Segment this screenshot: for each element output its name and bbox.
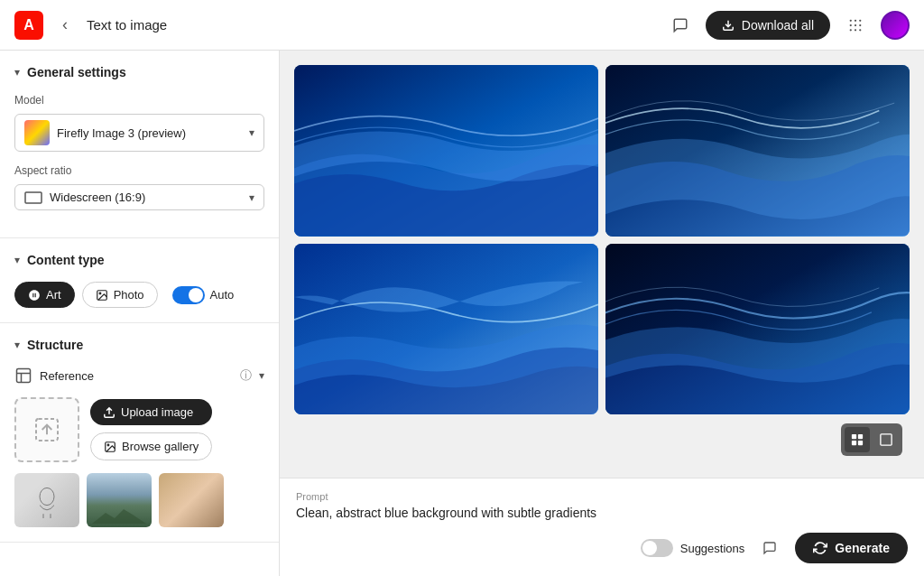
generate-button[interactable]: Generate: [795, 533, 908, 563]
thumbnail-landscape[interactable]: [87, 473, 152, 527]
svg-point-15: [107, 444, 109, 446]
reference-icon: [14, 367, 32, 385]
content-type-buttons: Art Photo Auto: [14, 282, 264, 308]
wave-svg-2: [605, 65, 910, 237]
structure-title: Structure: [27, 338, 83, 352]
upload-placeholder-icon: [32, 415, 61, 444]
svg-point-0: [850, 19, 852, 21]
structure-chevron: ▾: [14, 339, 20, 351]
content-type-header[interactable]: ▾ Content type: [14, 253, 264, 267]
upload-area: Upload image Browse gallery: [14, 397, 264, 462]
photo-button[interactable]: Photo: [82, 282, 158, 308]
wave-svg-4: [605, 244, 910, 415]
auto-toggle-group: Auto: [172, 286, 235, 304]
structure-section: ▾ Structure Reference ⓘ ▾: [0, 323, 279, 543]
main-layout: ▾ General settings Model Firefly Image 3…: [0, 51, 924, 576]
prompt-actions: Suggestions Generate: [296, 533, 908, 563]
generated-image-3[interactable]: [294, 244, 598, 415]
single-view-icon: [880, 433, 892, 446]
thumbnail-sketch[interactable]: [14, 473, 79, 527]
sidebar: ▾ General settings Model Firefly Image 3…: [0, 51, 280, 576]
generated-image-4[interactable]: [605, 244, 910, 415]
generated-image-1[interactable]: [294, 65, 598, 237]
sketch-thumbnail-icon: [29, 482, 65, 518]
svg-point-5: [859, 23, 861, 25]
svg-point-1: [855, 19, 856, 21]
suggestions-toggle[interactable]: [641, 539, 673, 557]
grid-view-button[interactable]: [845, 427, 870, 452]
prompt-label: Prompt: [296, 491, 908, 502]
svg-rect-27: [881, 434, 892, 445]
image-grid: [294, 65, 910, 414]
wave-svg-1: [294, 65, 598, 237]
thumbnail-room[interactable]: [159, 473, 224, 527]
content-type-title: Content type: [27, 253, 105, 267]
grid-view-icon: [851, 433, 864, 446]
svg-point-8: [859, 29, 861, 31]
browse-gallery-button[interactable]: Browse gallery: [90, 432, 212, 460]
widescreen-icon: [24, 191, 42, 204]
info-icon[interactable]: ⓘ: [240, 367, 252, 384]
view-mode-buttons: [841, 423, 902, 456]
model-label: Model: [14, 94, 264, 107]
svg-point-4: [855, 23, 856, 25]
chat-icon-button[interactable]: [666, 11, 695, 40]
svg-point-2: [859, 19, 861, 21]
aspect-ratio-value: Widescreen (16:9): [50, 190, 242, 204]
svg-rect-26: [858, 441, 863, 445]
apps-icon-button[interactable]: [841, 11, 870, 40]
generated-image-2[interactable]: [605, 65, 910, 237]
avatar[interactable]: [881, 11, 910, 40]
aspect-ratio-select[interactable]: Widescreen (16:9) ▾: [14, 184, 264, 210]
reference-chevron-icon[interactable]: ▾: [259, 369, 264, 382]
grid-dots-icon: [847, 17, 864, 33]
reference-row: Reference ⓘ ▾: [14, 367, 264, 385]
prompt-text: Clean, abstract blue background with sub…: [296, 506, 908, 520]
upload-placeholder[interactable]: [14, 397, 79, 462]
prompt-area: Prompt Clean, abstract blue background w…: [280, 478, 924, 576]
svg-point-7: [855, 29, 856, 31]
art-icon: [28, 289, 41, 302]
svg-rect-9: [25, 192, 42, 203]
svg-rect-24: [858, 434, 863, 439]
content-area: Prompt Clean, abstract blue background w…: [280, 51, 924, 576]
landscape-thumbnail-icon: [92, 506, 146, 524]
gallery-icon: [104, 441, 116, 453]
auto-toggle[interactable]: [172, 286, 205, 304]
general-settings-section: ▾ General settings Model Firefly Image 3…: [0, 51, 279, 238]
upload-icon: [103, 406, 116, 419]
content-type-chevron: ▾: [14, 254, 20, 266]
svg-point-11: [99, 293, 101, 294]
upload-buttons: Upload image Browse gallery: [90, 399, 212, 460]
reference-label: Reference: [40, 369, 233, 383]
adobe-logo: A: [14, 11, 43, 40]
structure-header[interactable]: ▾ Structure: [14, 338, 264, 352]
svg-rect-25: [852, 441, 856, 445]
suggestions-label: Suggestions: [680, 542, 745, 555]
single-view-button[interactable]: [873, 427, 899, 452]
content-type-section: ▾ Content type Art Photo: [0, 238, 279, 323]
feedback-button[interactable]: [755, 534, 784, 562]
svg-point-6: [850, 29, 852, 31]
header-right: Download all: [666, 11, 910, 40]
image-grid-wrapper: [280, 51, 924, 478]
photo-icon: [96, 289, 108, 302]
aspect-ratio-chevron-icon: ▾: [249, 191, 254, 204]
back-button[interactable]: ‹: [52, 13, 78, 38]
feedback-icon: [762, 541, 777, 555]
art-button[interactable]: Art: [14, 282, 75, 308]
model-chevron-icon: ▾: [249, 126, 254, 139]
svg-point-3: [850, 23, 852, 25]
wave-svg-3: [294, 244, 598, 415]
thumbnail-row: [14, 473, 264, 527]
general-settings-title: General settings: [27, 65, 126, 79]
aspect-ratio-label: Aspect ratio: [14, 164, 264, 177]
download-all-button[interactable]: Download all: [706, 11, 830, 40]
general-settings-header[interactable]: ▾ General settings: [14, 65, 264, 79]
model-select[interactable]: Firefly Image 3 (preview) ▾: [14, 114, 264, 152]
upload-image-button[interactable]: Upload image: [90, 399, 212, 425]
general-settings-chevron: ▾: [14, 66, 20, 79]
model-icon: [24, 120, 50, 145]
page-title: Text to image: [87, 17, 167, 33]
svg-rect-23: [852, 434, 856, 439]
